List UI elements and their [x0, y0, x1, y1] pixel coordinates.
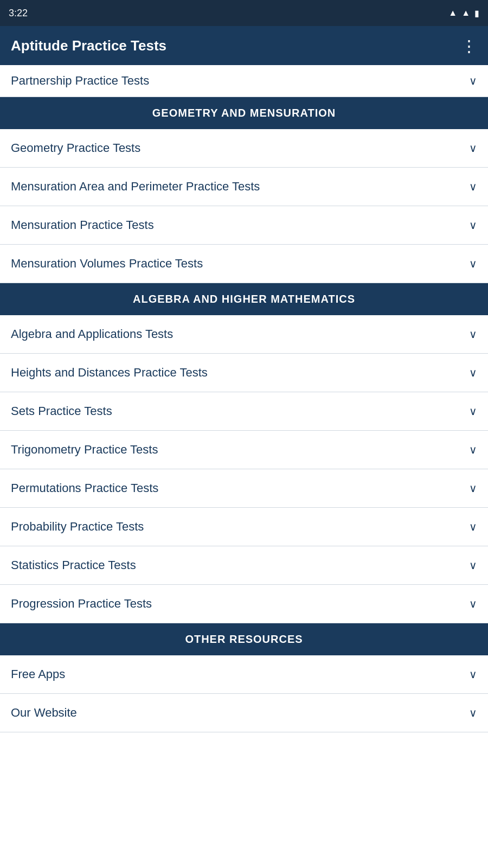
- list-item[interactable]: Progression Practice Tests ∨: [0, 585, 488, 623]
- list-item-label: Free Apps: [11, 667, 65, 681]
- section-header-label: OTHER RESOURCES: [185, 633, 303, 645]
- chevron-down-icon: ∨: [469, 74, 477, 87]
- list-item[interactable]: Trigonometry Practice Tests ∨: [0, 431, 488, 469]
- section-header-other: OTHER RESOURCES: [0, 623, 488, 655]
- list-item-label: Mensuration Area and Perimeter Practice …: [11, 180, 260, 194]
- list-item[interactable]: Permutations Practice Tests ∨: [0, 469, 488, 508]
- list-item[interactable]: Mensuration Practice Tests ∨: [0, 206, 488, 245]
- section-header-geometry: GEOMETRY AND MENSURATION: [0, 97, 488, 129]
- list-item[interactable]: Heights and Distances Practice Tests ∨: [0, 354, 488, 392]
- list-item-label: Progression Practice Tests: [11, 597, 152, 611]
- app-title: Aptitude Practice Tests: [11, 37, 166, 54]
- chevron-down-icon: ∨: [469, 180, 477, 193]
- list-item[interactable]: Algebra and Applications Tests ∨: [0, 315, 488, 354]
- status-icons: ▲ ▲ ▮: [448, 8, 479, 18]
- wifi-icon: ▲: [448, 8, 457, 18]
- list-item[interactable]: Mensuration Volumes Practice Tests ∨: [0, 245, 488, 283]
- chevron-down-icon: ∨: [469, 405, 477, 418]
- chevron-down-icon: ∨: [469, 257, 477, 270]
- chevron-down-icon: ∨: [469, 142, 477, 155]
- battery-icon: ▮: [474, 8, 479, 18]
- list-item-label: Heights and Distances Practice Tests: [11, 366, 208, 380]
- chevron-down-icon: ∨: [469, 443, 477, 456]
- chevron-down-icon: ∨: [469, 328, 477, 341]
- chevron-down-icon: ∨: [469, 482, 477, 495]
- list-item-label: Partnership Practice Tests: [11, 74, 149, 88]
- list-item[interactable]: Geometry Practice Tests ∨: [0, 129, 488, 168]
- list-item[interactable]: Probability Practice Tests ∨: [0, 508, 488, 546]
- list-item-label: Geometry Practice Tests: [11, 141, 140, 155]
- list-item[interactable]: Sets Practice Tests ∨: [0, 392, 488, 431]
- list-item[interactable]: Partnership Practice Tests ∨: [0, 65, 488, 97]
- section-header-label: ALGEBRA AND HIGHER MATHEMATICS: [133, 293, 355, 305]
- chevron-down-icon: ∨: [469, 520, 477, 533]
- chevron-down-icon: ∨: [469, 597, 477, 610]
- chevron-down-icon: ∨: [469, 668, 477, 681]
- app-bar: Aptitude Practice Tests: [0, 26, 488, 65]
- list-item-label: Trigonometry Practice Tests: [11, 443, 158, 457]
- list-item[interactable]: Free Apps ∨: [0, 655, 488, 694]
- chevron-down-icon: ∨: [469, 219, 477, 232]
- list-item[interactable]: Mensuration Area and Perimeter Practice …: [0, 168, 488, 206]
- chevron-down-icon: ∨: [469, 366, 477, 379]
- chevron-down-icon: ∨: [469, 559, 477, 572]
- list-item-label: Sets Practice Tests: [11, 404, 112, 418]
- chevron-down-icon: ∨: [469, 706, 477, 719]
- list-item-label: Mensuration Practice Tests: [11, 218, 154, 232]
- list-item-label: Algebra and Applications Tests: [11, 327, 173, 341]
- status-bar: 3:22 ▲ ▲ ▮: [0, 0, 488, 26]
- list-item-label: Mensuration Volumes Practice Tests: [11, 257, 203, 271]
- list-item[interactable]: Our Website ∨: [0, 694, 488, 732]
- list-item-label: Permutations Practice Tests: [11, 481, 158, 495]
- status-time: 3:22: [9, 8, 28, 19]
- list-item[interactable]: Statistics Practice Tests ∨: [0, 546, 488, 585]
- list-item-label: Statistics Practice Tests: [11, 558, 136, 572]
- list-item-label: Probability Practice Tests: [11, 520, 144, 534]
- list-item-label: Our Website: [11, 706, 77, 720]
- section-header-algebra: ALGEBRA AND HIGHER MATHEMATICS: [0, 283, 488, 315]
- section-header-label: GEOMETRY AND MENSURATION: [152, 107, 336, 119]
- signal-icon: ▲: [461, 8, 470, 18]
- more-options-icon[interactable]: [461, 36, 477, 55]
